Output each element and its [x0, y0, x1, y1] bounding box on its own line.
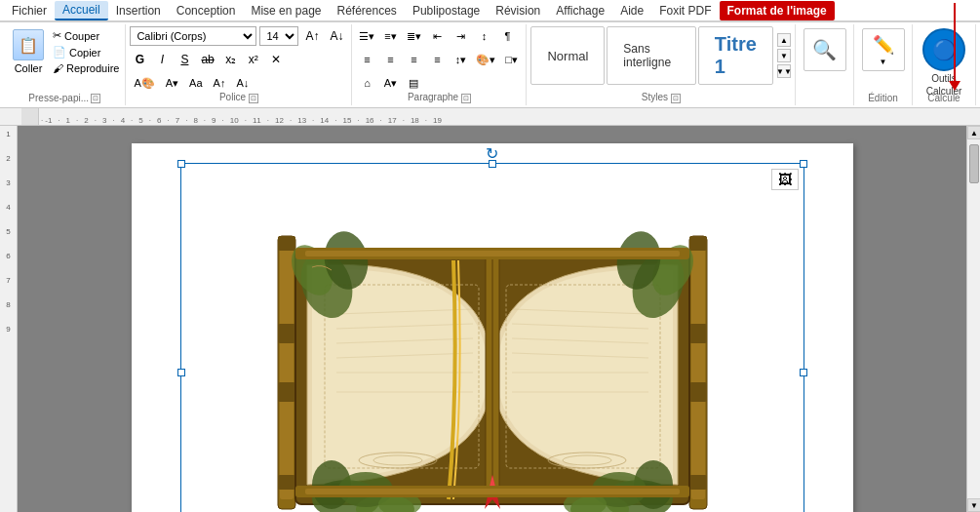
menu-miseenpage[interactable]: Mise en page: [243, 2, 329, 20]
edition-icon: ✏️: [873, 34, 894, 56]
highlight-button[interactable]: A🎨: [130, 73, 158, 93]
align-left-button[interactable]: ≡: [356, 50, 377, 69]
list-numbers-button[interactable]: ≡▾: [379, 26, 401, 46]
bold-button[interactable]: G: [130, 50, 149, 69]
font-size-select[interactable]: 14: [259, 26, 298, 46]
scroll-track[interactable]: [967, 139, 980, 498]
styles-scroll-more-button[interactable]: ▼▼: [777, 64, 791, 78]
list-bullets-button[interactable]: ☰▾: [356, 26, 377, 46]
ribbon-content: 📋 Coller ✂ Couper 📄 Copier 🖌 Reproduire …: [0, 21, 980, 107]
align-center-button[interactable]: ≡: [379, 50, 401, 69]
ribbon: 📋 Coller ✂ Couper 📄 Copier 🖌 Reproduire …: [0, 21, 980, 108]
svg-rect-11: [689, 382, 707, 402]
italic-button[interactable]: I: [152, 50, 172, 69]
coller-button[interactable]: 📋 Coller: [8, 26, 49, 77]
svg-rect-52: [305, 489, 680, 494]
arrow-head: [949, 81, 960, 91]
styles-scroll-buttons: ▲ ▼ ▼▼: [777, 33, 791, 78]
menu-publipostage[interactable]: Publipostage: [405, 2, 488, 20]
paragraph-group-label: Paragraphe ⊡: [352, 92, 526, 103]
style-sansinterligne-button[interactable]: Sans interligne: [607, 26, 695, 85]
outils-group: 🔵 Outils Calculer Calcule: [913, 24, 976, 105]
fontsize-aa-button[interactable]: Aa: [185, 73, 206, 93]
format-image-arrow: [949, 3, 960, 91]
handle-mid-right[interactable]: [800, 369, 807, 376]
para-expand-icon[interactable]: ⊡: [461, 94, 471, 103]
page-scroll[interactable]: ↻ 🖼: [18, 126, 966, 512]
style-titre1-button[interactable]: Titre 1: [698, 26, 773, 85]
search-content: 🔍: [804, 28, 846, 101]
borders-button[interactable]: □▾: [500, 50, 522, 69]
sort-button[interactable]: ↕: [473, 26, 494, 46]
increase-font-button[interactable]: A↑: [301, 26, 323, 46]
shading-button[interactable]: 🎨▾: [473, 50, 498, 69]
menu-foxit[interactable]: Foxit PDF: [651, 2, 719, 20]
vertical-scrollbar[interactable]: ▲ ▼: [966, 126, 980, 512]
menu-aide[interactable]: Aide: [612, 2, 651, 20]
svg-rect-2: [278, 236, 295, 251]
styles-expand-icon[interactable]: ⊡: [671, 94, 681, 103]
decrease-font-button[interactable]: A↓: [326, 26, 347, 46]
para-extra1-button[interactable]: ⌂: [356, 73, 377, 93]
font-family-select[interactable]: Calibri (Corps): [130, 26, 256, 46]
svg-rect-4: [278, 324, 295, 343]
coller-special-button[interactable]: 🖌 Reproduire: [51, 61, 121, 75]
paragraph-marks-button[interactable]: ¶: [496, 26, 518, 46]
styles-content: Normal Sans interligne Titre 1 ▲ ▼ ▼▼: [530, 26, 791, 98]
scroll-up-button[interactable]: ▲: [967, 126, 980, 139]
clear-format-button[interactable]: ✕: [266, 50, 286, 69]
main-area: 1 2 3 4 5 6 7 8 9: [0, 126, 980, 512]
menu-affichage[interactable]: Affichage: [548, 2, 612, 20]
handle-top-right[interactable]: [800, 160, 807, 168]
menu-accueil[interactable]: Accueil: [55, 1, 108, 20]
menu-formatimage[interactable]: Format de l'image: [720, 1, 835, 20]
clipboard-content: 📋 Coller ✂ Couper 📄 Copier 🖌 Reproduire: [8, 26, 121, 91]
couper-button[interactable]: ✂ Couper: [51, 28, 121, 43]
image-layout-button[interactable]: 🖼: [771, 169, 799, 190]
edition-button[interactable]: ✏️ ▼: [862, 28, 905, 71]
book-svg: [258, 197, 726, 512]
underline-button[interactable]: S: [175, 50, 194, 69]
ruler-marks: · -1 · 1 · 2 · 3 · 4 · 5 · 6 · 7 · 8 · 9…: [41, 108, 980, 125]
para-extra3-button[interactable]: ▤: [403, 73, 424, 93]
superscript-button[interactable]: x²: [244, 50, 263, 69]
menu-fichier[interactable]: Fichier: [4, 2, 55, 20]
scroll-thumb[interactable]: [969, 144, 979, 183]
svg-rect-9: [689, 475, 707, 490]
document-page: ↻ 🖼: [132, 143, 853, 512]
image-selection-area[interactable]: ↻ 🖼: [180, 163, 804, 512]
fontsize-up-button[interactable]: A↑: [210, 73, 230, 93]
para-row-1: ☰▾ ≡▾ ≣▾ ⇤ ⇥ ↕ ¶: [356, 26, 518, 46]
menu-insertion[interactable]: Insertion: [108, 2, 169, 20]
styles-scroll-down-button[interactable]: ▼: [777, 49, 791, 62]
list-multi-button[interactable]: ≣▾: [403, 26, 424, 46]
clipboard-expand-icon[interactable]: ⊡: [91, 94, 100, 103]
style-normal-button[interactable]: Normal: [530, 26, 605, 85]
menu-conception[interactable]: Conception: [169, 2, 244, 20]
para-row-3: ⌂ A▾ ▤: [356, 73, 424, 93]
handle-top-center[interactable]: [489, 160, 496, 168]
align-right-button[interactable]: ≡: [403, 50, 424, 69]
copier-button[interactable]: 📄 Copier: [51, 45, 121, 59]
handle-mid-left[interactable]: [177, 369, 185, 376]
indent-increase-button[interactable]: ⇥: [450, 26, 471, 46]
fontsize-down-button[interactable]: A↓: [232, 73, 253, 93]
align-justify-button[interactable]: ≡: [426, 50, 448, 69]
subscript-button[interactable]: x₂: [221, 50, 241, 69]
styles-group-label: Styles ⊡: [527, 92, 795, 103]
font-row-1: Calibri (Corps) 14 A↑ A↓: [130, 26, 347, 46]
vertical-ruler: 1 2 3 4 5 6 7 8 9: [0, 126, 18, 512]
fontcolor-button[interactable]: A▾: [162, 73, 182, 93]
indent-decrease-button[interactable]: ⇤: [426, 26, 448, 46]
linespacing-button[interactable]: ↕▾: [450, 50, 471, 69]
styles-scroll-up-button[interactable]: ▲: [777, 33, 791, 47]
menu-references[interactable]: Références: [330, 2, 405, 20]
menu-revision[interactable]: Révision: [488, 2, 548, 20]
svg-rect-1: [280, 246, 294, 499]
search-button[interactable]: 🔍: [804, 28, 846, 71]
font-expand-icon[interactable]: ⊡: [249, 94, 258, 103]
para-extra2-button[interactable]: A▾: [379, 73, 401, 93]
strikethrough-button[interactable]: ab: [197, 50, 217, 69]
handle-top-left[interactable]: [177, 160, 185, 168]
scroll-down-button[interactable]: ▼: [967, 498, 980, 512]
